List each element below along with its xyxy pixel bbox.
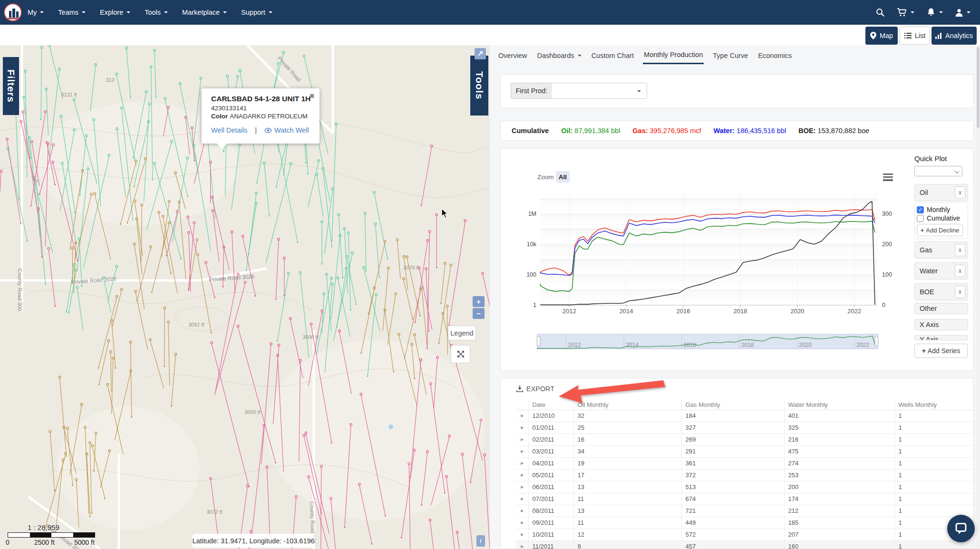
tab-overview[interactable]: Overview bbox=[497, 49, 528, 64]
nav-menu-my[interactable]: My bbox=[28, 9, 44, 16]
table-cell: 185 bbox=[784, 517, 894, 529]
nav-menu-tools[interactable]: Tools bbox=[145, 9, 168, 16]
tab-monthly-production[interactable]: Monthly Production bbox=[643, 49, 704, 64]
quick-plot-series-boe[interactable]: BOEx bbox=[914, 283, 968, 300]
table-row[interactable]: ▶08/2011137212121 bbox=[516, 505, 974, 517]
quick-plot-section-other[interactable]: Other bbox=[914, 303, 968, 314]
popup-color-label: Color bbox=[211, 113, 228, 120]
export-button[interactable]: EXPORT bbox=[516, 385, 554, 393]
x-axis-label: 2016 bbox=[677, 308, 690, 315]
analytics-view-button[interactable]: Analytics bbox=[931, 27, 977, 45]
row-expander-icon[interactable]: ▶ bbox=[516, 505, 528, 517]
table-row[interactable]: ▶09/2011114491851 bbox=[516, 517, 974, 529]
search-icon[interactable] bbox=[875, 8, 885, 17]
map-info-button[interactable]: i bbox=[476, 535, 485, 547]
well-bottom-marker bbox=[365, 270, 367, 271]
production-chart[interactable]: 201220142016201820202022110010k1M0100200… bbox=[521, 187, 902, 316]
unchecked-checkbox[interactable] bbox=[917, 215, 924, 222]
quick-plot-section-y-axis[interactable]: Y Axis bbox=[914, 335, 968, 340]
elevation-label: 3000 ft bbox=[302, 334, 319, 340]
row-expander-icon[interactable]: ▶ bbox=[516, 493, 528, 505]
table-row[interactable]: ▶04/2011193612741 bbox=[516, 457, 974, 469]
well-details-link[interactable]: Well Details bbox=[211, 126, 247, 134]
zoom-in-button[interactable]: + bbox=[473, 296, 485, 307]
table-row[interactable]: ▶06/2011135132001 bbox=[516, 481, 974, 493]
well-bottom-marker bbox=[74, 212, 76, 213]
quick-plot-section-x-axis[interactable]: X Axis bbox=[914, 319, 968, 330]
quick-plot-series-oil[interactable]: Oilx bbox=[914, 184, 968, 201]
well-bottom-marker bbox=[421, 204, 422, 206]
remove-series-button[interactable]: x bbox=[955, 244, 965, 256]
first-prod-select[interactable] bbox=[552, 83, 647, 99]
checked-checkbox[interactable]: ✓ bbox=[917, 206, 924, 213]
row-expander-icon[interactable]: ▶ bbox=[516, 540, 528, 549]
chart-menu-icon[interactable] bbox=[883, 173, 893, 183]
nav-menu-support[interactable]: Support bbox=[241, 9, 272, 16]
quick-plot-series-water[interactable]: Waterx bbox=[914, 262, 968, 279]
nav-menu-explore[interactable]: Explore bbox=[100, 9, 130, 16]
tab-economics[interactable]: Economics bbox=[757, 49, 793, 64]
row-expander-icon[interactable]: ▶ bbox=[516, 517, 528, 529]
tab-dashboards[interactable]: Dashboards bbox=[536, 49, 582, 64]
notifications-bell-icon[interactable] bbox=[926, 8, 943, 17]
navigator-handle-left[interactable] bbox=[537, 337, 541, 346]
tab-type-curve[interactable]: Type Curve bbox=[712, 49, 749, 64]
y-axis-right-label: 100 bbox=[882, 271, 892, 278]
table-row[interactable]: ▶12/2010321844011 bbox=[516, 410, 974, 422]
popup-close-icon[interactable]: ✖ bbox=[309, 92, 315, 100]
table-row[interactable]: ▶05/2011173722531 bbox=[516, 469, 974, 481]
table-cell: 274 bbox=[784, 457, 894, 469]
row-expander-icon[interactable]: ▶ bbox=[516, 433, 528, 445]
row-expander-icon[interactable]: ▶ bbox=[516, 410, 528, 422]
filters-panel-tab[interactable]: Filters bbox=[3, 57, 19, 115]
add-decline-button[interactable]: +Add Decline bbox=[917, 224, 963, 236]
nav-menu-teams[interactable]: Teams bbox=[58, 9, 86, 16]
zoom-out-button[interactable]: − bbox=[473, 308, 485, 319]
watch-well-link[interactable]: Watch Well bbox=[264, 126, 309, 134]
map-view-button[interactable]: Map bbox=[865, 27, 898, 45]
table-row[interactable]: ▶07/2011116741741 bbox=[516, 493, 974, 505]
table-row[interactable]: ▶11/201194571601 bbox=[516, 540, 974, 549]
nav-menu-marketplace[interactable]: Marketplace bbox=[182, 9, 227, 16]
well-bottom-marker bbox=[133, 157, 134, 159]
add-series-button[interactable]: +Add Series bbox=[914, 344, 968, 358]
table-row[interactable]: ▶01/2011253273251 bbox=[516, 422, 974, 433]
quick-plot-select[interactable] bbox=[914, 166, 962, 176]
row-expander-icon[interactable]: ▶ bbox=[516, 481, 528, 493]
tools-panel-tab[interactable]: Tools bbox=[470, 56, 488, 116]
table-cell: 174 bbox=[784, 493, 894, 505]
chevron-down-icon bbox=[269, 11, 272, 13]
row-expander-icon[interactable]: ▶ bbox=[516, 457, 528, 469]
quick-plot-series-gas[interactable]: Gasx bbox=[914, 241, 968, 259]
row-expander-icon[interactable]: ▶ bbox=[516, 445, 528, 457]
table-cell: 16 bbox=[573, 433, 681, 445]
table-row[interactable]: ▶02/2011162692161 bbox=[516, 433, 974, 445]
remove-series-button[interactable]: x bbox=[955, 286, 965, 298]
table-row[interactable]: ▶03/2011342914751 bbox=[516, 445, 974, 457]
fullscreen-button[interactable] bbox=[451, 345, 470, 363]
remove-series-button[interactable]: x bbox=[955, 265, 965, 277]
chart-zoom-all-button[interactable]: All bbox=[556, 171, 570, 183]
app-root: MyTeamsExploreToolsMarketplaceSupport Ma… bbox=[0, 0, 980, 549]
remove-series-button[interactable]: x bbox=[955, 186, 965, 199]
chart-range-navigator[interactable]: 201220142016201820202022 bbox=[537, 332, 878, 352]
well-map[interactable]: Private Road 3026Private Road 3026County… bbox=[0, 45, 490, 549]
tab-custom-chart[interactable]: Custom Chart bbox=[591, 49, 635, 64]
row-expander-icon[interactable]: ▶ bbox=[516, 422, 528, 433]
panel-scrollbar[interactable] bbox=[976, 45, 980, 549]
x-axis-label: 2012 bbox=[563, 308, 576, 315]
filters-tab-label: Filters bbox=[5, 69, 17, 103]
chat-bubble-button[interactable] bbox=[947, 515, 975, 542]
cart-icon[interactable] bbox=[897, 8, 914, 17]
option-label: Monthly bbox=[927, 206, 950, 213]
list-view-button[interactable]: List bbox=[900, 27, 930, 45]
brand-logo-icon[interactable] bbox=[4, 3, 22, 21]
user-account-icon[interactable] bbox=[955, 8, 970, 17]
row-expander-icon[interactable]: ▶ bbox=[516, 469, 528, 481]
row-expander-icon[interactable]: ▶ bbox=[516, 529, 528, 540]
map-expand-button[interactable] bbox=[475, 48, 486, 59]
navigator-handle-right[interactable] bbox=[875, 337, 878, 346]
table-row[interactable]: ▶10/2011125722071 bbox=[516, 529, 974, 540]
legend-button[interactable]: Legend bbox=[448, 326, 476, 340]
navigator-band[interactable] bbox=[537, 334, 878, 349]
